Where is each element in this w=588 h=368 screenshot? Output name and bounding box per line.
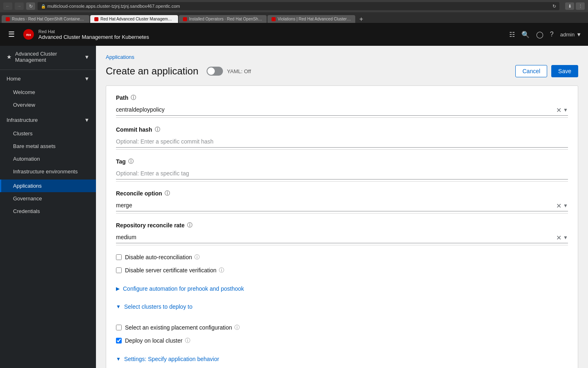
sidebar-item-welcome[interactable]: Welcome — [0, 86, 96, 99]
tab1-label: Routes · Red Hat OpenShift Container Pla… — [12, 17, 85, 21]
redhat-logo-icon: RH — [23, 29, 34, 40]
repo-reconcile-rate-help-icon[interactable]: ⓘ — [187, 222, 192, 229]
repo-reconcile-rate-input[interactable] — [116, 231, 568, 243]
sidebar-item-clusters[interactable]: Clusters — [0, 127, 96, 140]
tag-label: Tag ⓘ — [116, 158, 568, 165]
disable-auto-reconciliation-field: Disable auto-reconciliation ⓘ — [116, 254, 568, 261]
repo-reconcile-rate-clear-button[interactable]: ✕ — [556, 233, 561, 241]
reconcile-option-control: ✕ ▼ — [116, 200, 568, 211]
hamburger-menu[interactable]: ☰ — [7, 28, 16, 40]
tab3-label: Installed Operators · Red Hat OpenShift … — [189, 17, 263, 21]
forward-button[interactable]: → — [15, 2, 24, 10]
sidebar-item-overview[interactable]: Overview — [0, 99, 96, 111]
tag-input[interactable] — [116, 168, 568, 180]
repo-reconcile-rate-actions: ✕ ▼ — [556, 233, 568, 241]
path-input[interactable] — [116, 104, 568, 116]
disable-auto-reconciliation-checkbox[interactable] — [116, 254, 122, 260]
sidebar-item-home[interactable]: Home ▼ — [0, 72, 96, 86]
select-clusters-label: Select clusters to deploy to — [124, 303, 192, 310]
yaml-toggle-switch[interactable] — [207, 67, 223, 76]
repo-reconcile-rate-separator — [116, 245, 568, 245]
reload-button[interactable]: ↻ — [26, 2, 35, 10]
repo-reconcile-rate-label: Repository reconcile rate ⓘ — [116, 222, 568, 229]
configure-automation-label: Configure automation for prehook and pos… — [123, 285, 244, 292]
disable-auto-reconciliation-help-icon[interactable]: ⓘ — [194, 254, 200, 261]
tag-help-icon[interactable]: ⓘ — [128, 158, 134, 165]
search-icon-button[interactable]: 🔍 — [521, 31, 530, 38]
svg-text:RH: RH — [26, 33, 31, 37]
commit-hash-control — [116, 136, 568, 148]
sidebar-item-governance[interactable]: Governance — [0, 192, 96, 205]
path-dropdown-button[interactable]: ▼ — [563, 107, 568, 113]
settings-chevron-down-icon: ▼ — [116, 356, 121, 362]
address-bar[interactable]: 🔒 multicloud-console.apps.cluster-tzjnj.… — [38, 2, 559, 10]
deploy-local-cluster-help-icon[interactable]: ⓘ — [185, 337, 190, 344]
browser-tab-3[interactable]: Installed Operators · Red Hat OpenShift … — [179, 15, 267, 23]
home-chevron-icon: ▼ — [84, 76, 89, 82]
reconcile-option-clear-button[interactable]: ✕ — [556, 202, 561, 209]
configure-automation-trigger[interactable]: ▶ Configure automation for prehook and p… — [116, 285, 244, 292]
back-button[interactable]: ← — [3, 2, 12, 10]
repo-reconcile-rate-dropdown-button[interactable]: ▼ — [563, 235, 568, 240]
reconcile-option-input[interactable] — [116, 200, 568, 211]
reconcile-option-dropdown-button[interactable]: ▼ — [563, 203, 568, 209]
reconcile-option-help-icon[interactable]: ⓘ — [165, 190, 170, 197]
select-clusters-section: ▼ Select clusters to deploy to — [116, 303, 568, 310]
cancel-button[interactable]: Cancel — [515, 65, 547, 77]
help-icon-button[interactable]: ? — [550, 31, 554, 38]
browser-right-actions: ⬇ ⋮ — [565, 2, 585, 10]
sidebar-group-infrastructure: Infrastructure ▼ Clusters Bare metal ass… — [0, 113, 96, 178]
breadcrumb-applications-link[interactable]: Applications — [106, 54, 134, 60]
sidebar-group-home: Home ▼ Welcome Overview — [0, 72, 96, 111]
page-title: Create an application — [106, 65, 198, 77]
deploy-local-cluster-checkbox[interactable] — [116, 338, 122, 343]
settings-trigger[interactable]: ▼ Settings: Specify application behavior — [116, 356, 219, 362]
select-existing-placement-checkbox[interactable] — [116, 325, 122, 330]
disable-server-cert-checkbox[interactable] — [116, 267, 122, 273]
body-layout: ★ Advanced Cluster Management ▼ Home ▼ W… — [0, 46, 588, 368]
sidebar-item-automation[interactable]: Automation — [0, 153, 96, 165]
menu-button[interactable]: ⋮ — [576, 2, 585, 10]
sidebar-item-applications[interactable]: Applications — [0, 180, 96, 192]
context-chevron-icon: ▼ — [84, 54, 89, 60]
user-menu-button[interactable]: admin ▼ — [560, 31, 581, 38]
select-existing-placement-help-icon[interactable]: ⓘ — [234, 324, 240, 331]
commit-hash-input[interactable] — [116, 136, 568, 148]
browser-toolbar: ← → ↻ 🔒 multicloud-console.apps.cluster-… — [0, 0, 588, 12]
path-separator — [116, 117, 568, 118]
select-clusters-trigger[interactable]: ▼ Select clusters to deploy to — [116, 303, 192, 310]
yaml-toggle-label: YAML: Off — [227, 68, 251, 74]
download-button[interactable]: ⬇ — [565, 2, 574, 10]
home-label: Home — [7, 76, 21, 82]
commit-hash-label: Commit hash ⓘ — [116, 126, 568, 133]
path-help-icon[interactable]: ⓘ — [131, 94, 136, 101]
tag-field: Tag ⓘ — [116, 158, 568, 182]
topnav: ☰ RH Red Hat Advanced Cluster Management… — [0, 23, 588, 46]
infrastructure-chevron-icon: ▼ — [84, 117, 89, 123]
sidebar-context-selector[interactable]: ★ Advanced Cluster Management ▼ — [0, 46, 96, 68]
sidebar-item-infrastructure-environments[interactable]: Infrastructure environments — [0, 165, 96, 178]
toggle-knob — [207, 67, 215, 75]
reconcile-option-field: Reconcile option ⓘ ✕ ▼ — [116, 190, 568, 213]
tag-control — [116, 168, 568, 180]
lock-icon: 🔒 — [41, 4, 46, 9]
sidebar-item-infrastructure[interactable]: Infrastructure ▼ — [0, 113, 96, 127]
browser-tab-1[interactable]: Routes · Red Hat OpenShift Container Pla… — [2, 15, 89, 23]
main-inner: Applications Create an application YAML:… — [96, 46, 588, 368]
bell-icon-button[interactable]: ◯ — [536, 31, 543, 38]
sidebar-item-bare-metal-assets[interactable]: Bare metal assets — [0, 140, 96, 153]
sidebar-item-credentials[interactable]: Credentials — [0, 205, 96, 218]
new-tab-button[interactable]: + — [356, 16, 366, 23]
browser-tab-4[interactable]: Violations | Red Hat Advanced Cluster Se… — [267, 15, 355, 23]
logo: RH Red Hat Advanced Cluster Management f… — [23, 29, 149, 40]
browser-tabs: Routes · Red Hat OpenShift Container Pla… — [0, 12, 588, 23]
browser-tab-2[interactable]: Red Hat Advanced Cluster Management for … — [90, 15, 178, 23]
sidebar-divider-top — [0, 70, 96, 70]
save-button[interactable]: Save — [551, 65, 578, 77]
disable-server-cert-help-icon[interactable]: ⓘ — [219, 267, 224, 274]
commit-hash-help-icon[interactable]: ⓘ — [155, 126, 160, 133]
path-input-actions: ✕ ▼ — [556, 106, 568, 114]
path-clear-button[interactable]: ✕ — [556, 106, 561, 114]
grid-icon-button[interactable]: ☷ — [509, 31, 515, 38]
browser-chrome: ← → ↻ 🔒 multicloud-console.apps.cluster-… — [0, 0, 588, 23]
